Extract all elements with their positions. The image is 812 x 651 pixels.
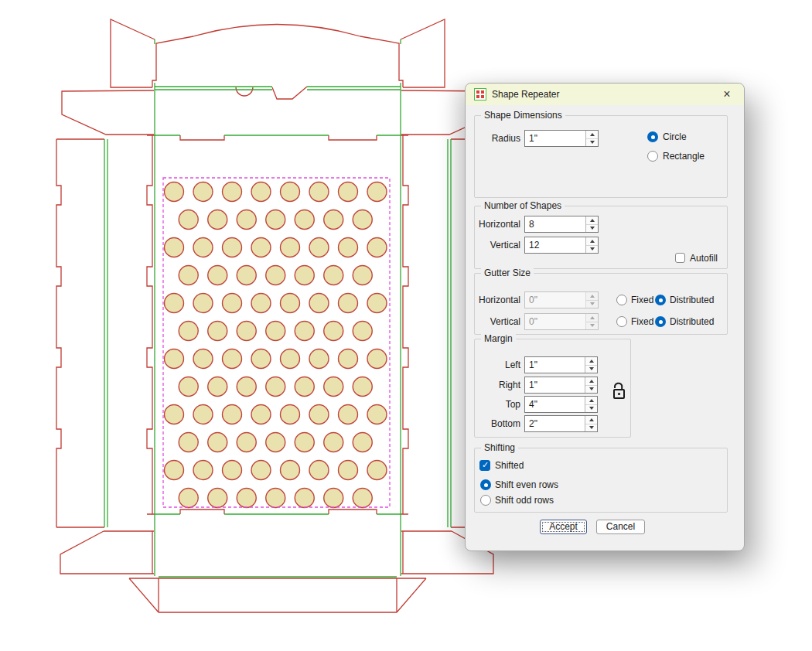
accept-button[interactable]: Accept	[540, 520, 587, 534]
pattern-circle	[266, 210, 285, 230]
circle-radio-label[interactable]: Circle	[663, 131, 687, 142]
pattern-circle	[208, 266, 227, 285]
margin-top-value: 4"	[529, 399, 537, 410]
spinner	[585, 357, 597, 373]
vertical-count-label: Vertical	[470, 240, 520, 251]
pattern-circle	[353, 433, 372, 452]
shift-odd-rows-radio[interactable]	[480, 495, 491, 506]
pattern-circle	[353, 322, 372, 341]
margin-bottom-input[interactable]: 2"	[524, 415, 598, 432]
spin-down-button[interactable]	[586, 224, 598, 233]
shape-repeater-icon	[474, 88, 486, 101]
pattern-circle	[367, 294, 387, 313]
spinner	[585, 377, 597, 393]
spin-up-button[interactable]	[586, 237, 598, 245]
spin-up-button[interactable]	[585, 416, 597, 424]
rectangle-radio-label[interactable]: Rectangle	[663, 151, 705, 162]
spin-up-button	[586, 292, 598, 300]
gutter-vertical-distributed-label[interactable]: Distributed	[670, 316, 714, 327]
radius-input[interactable]: 1"	[524, 130, 599, 147]
spinner	[585, 131, 598, 146]
arrow-up-icon	[590, 133, 595, 136]
arrow-up-icon	[590, 295, 595, 298]
arrow-down-icon	[590, 247, 595, 251]
pattern-circle	[309, 182, 329, 202]
pattern-circle	[208, 489, 227, 508]
spin-down-button[interactable]	[585, 404, 597, 413]
spin-up-button[interactable]	[586, 216, 598, 224]
shift-odd-rows-label[interactable]: Shift odd rows	[495, 495, 554, 506]
arrow-down-icon	[589, 367, 594, 370]
gutter-vertical-value: 0"	[529, 316, 537, 327]
spin-up-button[interactable]	[586, 131, 598, 138]
group-title: Margin	[481, 333, 516, 344]
gutter-vertical-fixed-label[interactable]: Fixed	[631, 316, 653, 327]
arrow-down-icon	[589, 407, 594, 410]
spin-up-button[interactable]	[585, 397, 597, 404]
rectangle-radio[interactable]	[647, 151, 658, 162]
gutter-vertical-fixed-radio[interactable]	[616, 316, 627, 327]
pattern-circle	[295, 489, 314, 508]
spinner	[585, 237, 598, 253]
shape-repeater-dialog: Shape Repeater × Shape Dimensions Radius…	[465, 83, 745, 551]
spin-up-button[interactable]	[585, 357, 597, 365]
vertical-count-input[interactable]: 12	[524, 237, 599, 254]
unlock-icon[interactable]	[609, 380, 628, 401]
spinner	[585, 292, 598, 308]
autofill-checkbox[interactable]	[675, 253, 685, 263]
arrow-down-icon	[590, 141, 595, 144]
group-title: Number of Shapes	[481, 200, 565, 211]
horizontal-count-label: Horizontal	[470, 219, 520, 230]
shift-even-rows-label[interactable]: Shift even rows	[495, 479, 558, 490]
spinner	[585, 397, 597, 412]
shifted-label[interactable]: Shifted	[495, 460, 524, 471]
gutter-horizontal-distributed-radio[interactable]	[655, 295, 666, 305]
margin-left-input[interactable]: 1"	[524, 356, 598, 373]
spin-down-button[interactable]	[585, 365, 597, 373]
cancel-button[interactable]: Cancel	[596, 520, 645, 534]
arrow-up-icon	[589, 360, 594, 363]
horizontal-count-input[interactable]: 8	[524, 216, 599, 233]
spin-up-button[interactable]	[585, 377, 597, 385]
spin-down-button[interactable]	[585, 385, 597, 394]
margin-left-label: Left	[470, 360, 520, 370]
gutter-horizontal-distributed-label[interactable]: Distributed	[670, 295, 714, 305]
arrow-down-icon	[590, 324, 595, 327]
pattern-circle	[281, 294, 300, 313]
shift-even-rows-radio[interactable]	[480, 479, 491, 490]
pattern-circle	[165, 294, 184, 313]
circle-pattern	[165, 182, 387, 508]
pattern-circle	[237, 433, 256, 452]
pattern-circle	[251, 405, 271, 424]
gutter-horizontal-fixed-label[interactable]: Fixed	[631, 295, 653, 305]
spin-down-button[interactable]	[585, 424, 597, 432]
pattern-circle	[281, 461, 300, 480]
pattern-circle	[281, 238, 300, 257]
pattern-circle	[353, 489, 372, 508]
autofill-label[interactable]: Autofill	[690, 253, 718, 264]
spin-down-button[interactable]	[586, 138, 598, 147]
gutter-horizontal-input: 0"	[524, 291, 599, 308]
gutter-horizontal-label: Horizontal	[470, 295, 520, 305]
pattern-circle	[179, 433, 198, 452]
close-icon[interactable]: ×	[716, 86, 738, 103]
dialog-titlebar[interactable]: Shape Repeater ×	[466, 84, 744, 105]
pattern-circle	[339, 182, 358, 202]
margin-right-input[interactable]: 1"	[524, 377, 598, 394]
shifted-checkbox[interactable]	[479, 460, 490, 471]
pattern-circle	[339, 294, 358, 313]
pattern-circle	[309, 461, 329, 480]
arrow-up-icon	[589, 380, 594, 383]
circle-radio[interactable]	[647, 131, 658, 142]
pattern-circle	[193, 349, 213, 369]
arrow-down-icon	[589, 426, 594, 429]
spin-down-button	[586, 322, 598, 330]
pattern-circle	[193, 182, 213, 202]
spin-down-button[interactable]	[586, 245, 598, 254]
margin-top-input[interactable]: 4"	[524, 396, 598, 413]
pattern-circle	[281, 182, 300, 202]
gutter-vertical-distributed-radio[interactable]	[655, 316, 666, 327]
pattern-circle	[251, 238, 271, 257]
gutter-horizontal-fixed-radio[interactable]	[616, 295, 627, 305]
arrow-up-icon	[590, 219, 595, 222]
